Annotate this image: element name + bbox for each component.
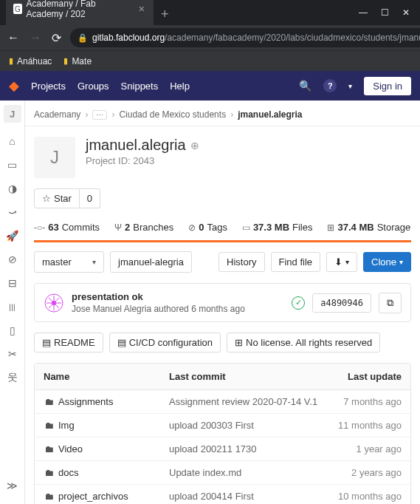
files-icon: ▭ [242, 222, 250, 233]
clone-button[interactable]: Clone ▾ [363, 252, 411, 272]
stat-branches[interactable]: Ψ2 Branches [114, 222, 173, 233]
findfile-button[interactable]: Find file [271, 252, 321, 272]
bookmark-folder-anahuac[interactable]: ▮Anáhuac [9, 56, 52, 67]
gitlab-logo-icon[interactable]: ◆ [9, 78, 19, 94]
branch-selector[interactable]: master▾ [34, 251, 104, 273]
file-last-commit[interactable]: upload 200211 1730 [169, 443, 328, 454]
sidebar-members-icon[interactable]: 웃 [0, 367, 25, 389]
nav-arrows: ← → ⟳ [7, 31, 61, 45]
nav-projects[interactable]: Projects [31, 81, 66, 92]
sidebar-cicd-icon[interactable]: 🚀 [0, 225, 25, 247]
table-row[interactable]: 🖿AssignmentsAssignment review 2020-07-14… [35, 390, 410, 413]
signin-button[interactable]: Sign in [364, 77, 411, 95]
browser-tab[interactable]: G Academany / Fab Academy / 202 × [6, 0, 154, 25]
file-last-commit[interactable]: upload 200303 First [169, 420, 328, 431]
file-name[interactable]: 🖿docs [44, 467, 169, 478]
file-last-commit[interactable]: Update index.md [169, 467, 328, 478]
nav-help[interactable]: Help [170, 81, 190, 92]
table-row[interactable]: 🖿project_archivosupload 200414 First10 m… [35, 484, 410, 504]
breadcrumb-mid[interactable]: Ciudad de Mexico students [119, 109, 226, 120]
search-icon[interactable]: 🔍 [299, 80, 311, 92]
maximize-icon[interactable]: ☐ [381, 7, 389, 18]
progress-bar [34, 240, 411, 242]
stat-storage[interactable]: ⊞37.4 MB Storage [327, 222, 410, 233]
stat-tags[interactable]: ⊘0 Tags [188, 222, 227, 233]
license-tab[interactable]: ⊞ No license. All rights reserved [227, 333, 380, 353]
sidebar-merge-icon[interactable]: ⤻ [0, 201, 25, 223]
tab-title: Academany / Fab Academy / 202 [27, 0, 134, 19]
commit-meta: Jose Manuel Alegria authored 6 months ag… [72, 304, 245, 314]
sidebar-packages-icon[interactable]: ⊟ [0, 272, 25, 294]
browser-titlebar: G Academany / Fab Academy / 202 × + — ☐ … [0, 0, 420, 25]
sidebar-snippets-icon[interactable]: ✂ [0, 343, 25, 365]
file-name[interactable]: 🖿Assignments [44, 396, 169, 407]
sidebar-home-icon[interactable]: ⌂ [0, 130, 25, 152]
col-name: Name [44, 371, 169, 382]
minimize-icon[interactable]: — [359, 7, 368, 18]
folder-icon: 🖿 [44, 443, 54, 454]
last-commit-box: presentation ok Jose Manuel Alegria auth… [34, 283, 411, 322]
sidebar-wiki-icon[interactable]: ▯ [0, 319, 25, 341]
new-tab-button[interactable]: + [154, 4, 176, 25]
history-button[interactable]: History [218, 252, 264, 272]
window-controls: — ☐ ✕ [359, 7, 420, 25]
reload-icon[interactable]: ⟳ [52, 31, 61, 45]
stat-commits[interactable]: -○-63 Commits [34, 222, 100, 233]
breadcrumb-last[interactable]: jmanuel.alegria [238, 109, 302, 120]
folder-icon: 🖿 [44, 396, 54, 407]
project-title: jmanuel.alegria ⊕ [86, 137, 199, 154]
file-last-update: 10 months ago [328, 491, 402, 502]
readme-tab[interactable]: ▤ README [34, 333, 103, 353]
file-name[interactable]: 🖿Img [44, 420, 169, 431]
bookmark-folder-mate[interactable]: ▮Mate [63, 56, 92, 67]
folder-icon: 🖿 [44, 491, 54, 502]
col-commit: Last commit [169, 371, 328, 382]
stat-files[interactable]: ▭37.3 MB Files [242, 222, 313, 233]
bookmarks-bar: ▮Anáhuac ▮Mate [0, 50, 420, 71]
commit-icon: -○- [34, 222, 45, 233]
ci-status-pass-icon[interactable]: ✓ [292, 296, 305, 310]
close-tab-icon[interactable]: × [139, 3, 145, 15]
breadcrumb-root[interactable]: Academany [34, 109, 80, 120]
table-row[interactable]: 🖿docsUpdate index.md2 years ago [35, 460, 410, 484]
nav-snippets[interactable]: Snippets [121, 81, 159, 92]
file-last-commit[interactable]: upload 200414 First [169, 491, 328, 502]
folder-icon: ▮ [63, 56, 68, 66]
breadcrumb-ellipsis[interactable]: ⋯ [92, 110, 107, 120]
table-row[interactable]: 🖿Videoupload 200211 17301 year ago [35, 437, 410, 460]
download-button[interactable]: ⬇ ▾ [326, 252, 357, 272]
commit-sha[interactable]: a4890946 [312, 293, 371, 313]
branch-icon: Ψ [114, 222, 122, 233]
nav-groups[interactable]: Groups [78, 81, 109, 92]
file-name[interactable]: 🖿Video [44, 443, 169, 454]
project-avatar-small[interactable]: J [4, 105, 21, 123]
tab-favicon: G [13, 4, 22, 14]
url-field[interactable]: 🔒 gitlab.fabcloud.org/academany/fabacade… [70, 28, 420, 47]
storage-icon: ⊞ [327, 222, 334, 233]
back-icon[interactable]: ← [7, 31, 19, 45]
sidebar-security-icon[interactable]: ⊘ [0, 248, 25, 270]
help-dropdown-icon[interactable]: ▾ [348, 82, 352, 90]
cicd-tab[interactable]: ▤ CI/CD configuration [109, 333, 221, 353]
license-icon: ⊞ [235, 337, 243, 348]
repo-path[interactable]: jmanuel-alegria [110, 251, 192, 273]
folder-icon: ▮ [9, 56, 13, 66]
chevron-down-icon: ▾ [92, 258, 96, 266]
close-window-icon[interactable]: ✕ [402, 7, 410, 18]
sidebar-expand-icon[interactable]: ≫ [0, 474, 25, 497]
sidebar-issues-icon[interactable]: ◑ [0, 177, 25, 200]
star-count[interactable]: 0 [80, 188, 100, 208]
sidebar-analytics-icon[interactable]: ⫼ [0, 296, 25, 318]
table-row[interactable]: 🖿Imgupload 200303 First11 months ago [35, 413, 410, 437]
commit-message[interactable]: presentation ok [72, 291, 245, 302]
copy-sha-button[interactable]: ⧉ [379, 293, 402, 313]
star-button[interactable]: ☆ Star [34, 188, 80, 208]
file-name[interactable]: 🖿project_archivos [44, 491, 169, 502]
readme-tabs: ▤ README ▤ CI/CD configuration ⊞ No lice… [34, 333, 411, 353]
file-last-commit[interactable]: Assignment review 2020-07-14 V.1 [169, 396, 328, 407]
sidebar-repo-icon[interactable]: ▭ [0, 154, 25, 176]
forward-icon[interactable]: → [30, 31, 41, 45]
project-stats: -○-63 Commits Ψ2 Branches ⊘0 Tags ▭37.3 … [34, 217, 411, 240]
help-icon[interactable]: ? [323, 79, 337, 92]
file-last-update: 1 year ago [328, 443, 402, 454]
